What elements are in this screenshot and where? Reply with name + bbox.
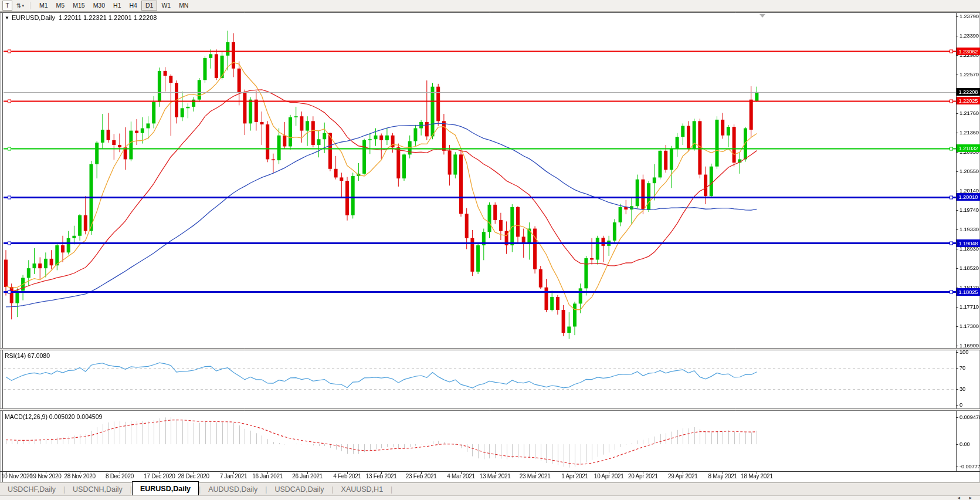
tab-usdchf-daily[interactable]: USDCHF,Daily (0, 483, 63, 496)
date-label: 28 Nov 2020 (64, 473, 95, 479)
timeframe-button-M15[interactable]: M15 (69, 1, 89, 11)
price-tick-label: 1.23390 (959, 32, 979, 39)
date-label: 13 Feb 2021 (366, 473, 397, 479)
text-tool-icon[interactable]: T (2, 1, 12, 11)
chevron-down-icon: ▾ (22, 4, 24, 8)
current-price-label: 1.22208 (957, 88, 980, 96)
date-label: 8 May 2021 (708, 473, 737, 479)
chart-symbol-label: EURUSD,Daily (12, 14, 55, 21)
date-label: 18 May 2021 (741, 473, 773, 479)
date-label: 17 Dec 2020 (144, 473, 175, 479)
date-label: 7 Jan 2021 (220, 473, 247, 479)
tab-xauusd-h1[interactable]: XAUUSD,H1 (334, 483, 391, 496)
price-tick-label: 1.19740 (959, 207, 979, 213)
chart-tab-bar: USDCHF,Daily|USDCNH,Daily|EURUSD,Daily|A… (0, 482, 980, 496)
hline-price-label[interactable]: 1.22025 (957, 97, 980, 104)
timeframe-button-group: M1M5M15M30H1H4D1W1MN (35, 1, 192, 11)
price-tick-label: 1.17300 (959, 323, 979, 329)
macd-tick-label: 0.00 (959, 441, 970, 447)
date-label: 20 Apr 2021 (628, 473, 658, 479)
timeframe-button-M1[interactable]: M1 (35, 1, 52, 11)
timeframe-button-M5[interactable]: M5 (52, 1, 69, 11)
date-label: 13 Mar 2021 (480, 473, 511, 479)
rsi-tick-label: 0 (959, 401, 962, 408)
date-label: 1 Apr 2021 (561, 473, 588, 479)
price-tick-label: 1.19330 (959, 226, 979, 232)
rsi-tick-label: 100 (959, 349, 968, 355)
tab-usdcad-daily[interactable]: USDCAD,Daily (267, 483, 331, 496)
hline-price-label[interactable]: 1.19048 (957, 239, 980, 247)
hline-price-label[interactable]: 1.21032 (957, 144, 980, 152)
date-label: 10 Nov 2020 (1, 473, 32, 479)
timeframe-button-MN[interactable]: MN (175, 1, 192, 11)
hline-price-label[interactable]: 1.23062 (957, 48, 980, 55)
date-label: 4 Feb 2021 (333, 473, 361, 479)
price-tick-label: 1.22570 (959, 71, 979, 77)
timeframe-button-M30[interactable]: M30 (89, 1, 109, 11)
rsi-indicator-label: RSI(14) 67.0080 (5, 352, 50, 359)
date-label: 28 Dec 2020 (178, 473, 209, 479)
price-tick-label: 1.20550 (959, 168, 979, 174)
tab-divider: | (391, 485, 392, 494)
macd-tick-label: -0.007778 (959, 463, 980, 469)
price-tick-label: 1.17710 (959, 303, 979, 310)
horizontal-scrollbar[interactable]: ◂ ▸ (0, 495, 980, 500)
date-label: 8 Dec 2020 (106, 473, 134, 479)
chart-title: ▼EURUSD,Daily 1.22011 1.22321 1.22001 1.… (5, 14, 157, 21)
price-tick-label: 1.21760 (959, 110, 979, 116)
hline-price-label[interactable]: 1.18025 (957, 288, 980, 296)
price-chart-canvas[interactable] (0, 0, 980, 500)
rsi-tick-label: 70 (959, 364, 965, 371)
rsi-tick-label: 30 (959, 386, 965, 392)
date-label: 16 Jan 2021 (252, 473, 283, 479)
date-label: 10 Apr 2021 (594, 473, 624, 479)
price-tick-label: 1.23790 (959, 13, 979, 19)
chart-ohlc-values: 1.22011 1.22321 1.22001 1.22208 (59, 14, 157, 21)
price-tick-label: 1.16900 (959, 342, 979, 349)
macd-indicator-label: MACD(12,26,9) 0.005020 0.004509 (5, 413, 102, 420)
tab-usdcnh-daily[interactable]: USDCNH,Daily (65, 483, 130, 496)
date-label: 29 Apr 2021 (668, 473, 698, 479)
date-label: 26 Jan 2021 (292, 473, 323, 479)
timeframe-button-W1[interactable]: W1 (157, 1, 175, 11)
timeframe-button-H4[interactable]: H4 (126, 1, 141, 11)
price-tick-label: 1.18520 (959, 265, 979, 271)
macd-tick-label: 0.009478 (959, 414, 980, 420)
date-label: 23 Feb 2021 (406, 473, 437, 479)
main-toolbar: T ⇅▾ M1M5M15M30H1H4D1W1MN (0, 0, 980, 12)
date-label: 4 Mar 2021 (447, 473, 475, 479)
date-label: 23 Mar 2021 (520, 473, 551, 479)
scroll-right-icon[interactable]: ▸ (969, 495, 972, 500)
date-label: 19 Nov 2020 (30, 473, 61, 479)
mt4-workspace: { "toolbar": { "chart_mode_icon": "T", "… (0, 0, 980, 500)
arrange-windows-icon[interactable]: ⇅▾ (16, 1, 25, 10)
scroll-left-icon[interactable]: ◂ (957, 495, 960, 500)
timeframe-button-H1[interactable]: H1 (109, 1, 125, 11)
timeframe-button-D1[interactable]: D1 (141, 1, 157, 11)
toolbar-separator (30, 2, 31, 9)
collapse-triangle-icon[interactable]: ▼ (5, 15, 9, 21)
hline-price-label[interactable]: 1.20010 (957, 193, 980, 201)
price-tick-label: 1.21360 (959, 129, 979, 136)
tab-audusd-daily[interactable]: AUDUSD,Daily (201, 483, 265, 496)
tab-eurusd-daily[interactable]: EURUSD,Daily (132, 481, 199, 496)
